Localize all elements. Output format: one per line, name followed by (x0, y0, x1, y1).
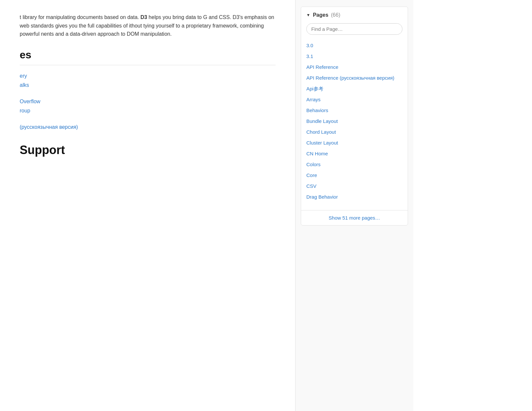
main-content: t library for manipulating documents bas… (0, 0, 295, 411)
list-item: Drag Behavior (306, 191, 402, 202)
page-link-core[interactable]: Core (306, 172, 402, 179)
intro-paragraph: t library for manipulating documents bas… (20, 13, 276, 38)
link-roup[interactable]: roup (20, 108, 30, 113)
support-heading: Support (20, 143, 276, 157)
section-divider (20, 65, 276, 65)
section-heading-es: es (20, 49, 276, 61)
list-item: Core (306, 170, 402, 181)
page-link-chord-layout[interactable]: Chord Layout (306, 128, 402, 135)
link-alks[interactable]: alks (20, 82, 29, 88)
link-russian[interactable]: (русскоязычная версия) (20, 124, 78, 130)
list-item: Cluster Layout (306, 137, 402, 148)
page-link-31[interactable]: 3.1 (306, 53, 402, 60)
sidebar-inner: ▼ Pages (66) 3.0 3.1 API Reference API R… (301, 7, 408, 207)
d3-bold: D3 (140, 14, 147, 20)
link-ery[interactable]: ery (20, 73, 27, 79)
list-item: CSV (306, 181, 402, 191)
list-item: Arrays (306, 94, 402, 105)
show-more-pages-button[interactable]: Show 51 more pages… (301, 210, 408, 225)
links-group2: Overflow roup (20, 99, 276, 114)
list-item: (русскоязычная версия) (20, 124, 276, 130)
links-group1: ery alks (20, 73, 276, 88)
list-item: CN Home (306, 148, 402, 159)
list-item: roup (20, 108, 276, 114)
page-link-arrays[interactable]: Arrays (306, 96, 402, 103)
page-link-drag-behavior[interactable]: Drag Behavior (306, 193, 402, 200)
pages-header: ▼ Pages (66) (306, 12, 402, 18)
page-link-cn-home[interactable]: CN Home (306, 150, 402, 157)
list-item: ery (20, 73, 276, 79)
pages-count: (66) (331, 12, 340, 18)
list-item: 3.1 (306, 51, 402, 62)
pages-box: ▼ Pages (66) 3.0 3.1 API Reference API R… (301, 7, 408, 225)
page-link-api-cn[interactable]: Api参考 (306, 85, 402, 92)
page-link-csv[interactable]: CSV (306, 183, 402, 189)
page-link-cluster-layout[interactable]: Cluster Layout (306, 139, 402, 146)
page-link-behaviors[interactable]: Behaviors (306, 107, 402, 114)
page-link-bundle-layout[interactable]: Bundle Layout (306, 118, 402, 125)
list-item: Overflow (20, 99, 276, 105)
list-item: API Reference (русскоязычная версия) (306, 72, 402, 83)
page-link-api-reference-ru[interactable]: API Reference (русскоязычная версия) (306, 74, 402, 81)
list-item: Chord Layout (306, 127, 402, 137)
link-overflow[interactable]: Overflow (20, 99, 40, 104)
list-item: Api参考 (306, 83, 402, 94)
links-group3: (русскоязычная версия) (20, 124, 276, 130)
chevron-down-icon: ▼ (306, 13, 310, 17)
list-item: 3.0 (306, 40, 402, 51)
list-item: alks (20, 82, 276, 88)
page-link-colors[interactable]: Colors (306, 161, 402, 168)
page-link-api-reference[interactable]: API Reference (306, 64, 402, 70)
find-page-input[interactable] (306, 23, 402, 35)
pages-list: 3.0 3.1 API Reference API Reference (рус… (306, 40, 402, 202)
sidebar: ▼ Pages (66) 3.0 3.1 API Reference API R… (295, 0, 413, 411)
page-link-30[interactable]: 3.0 (306, 42, 402, 49)
list-item: Colors (306, 159, 402, 170)
pages-title: Pages (313, 12, 328, 18)
list-item: API Reference (306, 62, 402, 72)
list-item: Bundle Layout (306, 116, 402, 127)
list-item: Behaviors (306, 105, 402, 116)
